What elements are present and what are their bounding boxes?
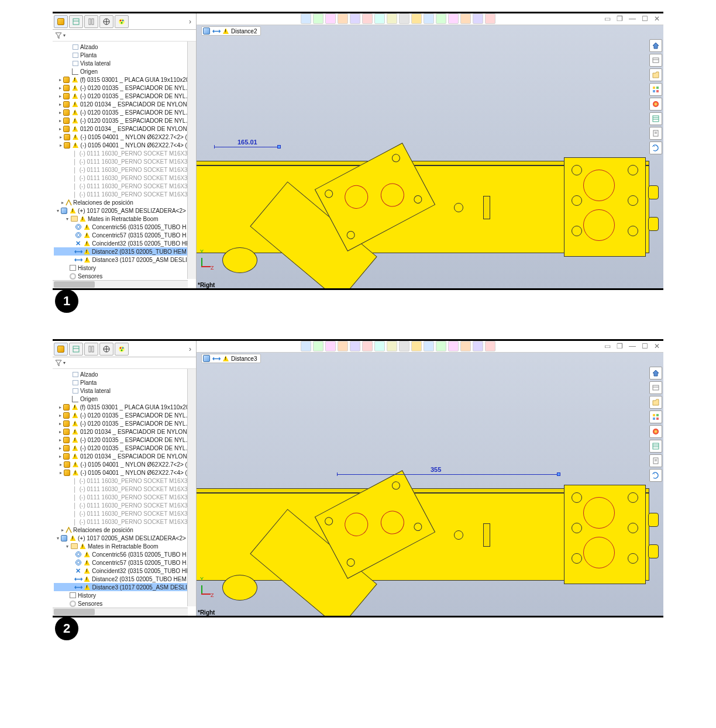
minimize-icon[interactable]: ▭ bbox=[604, 15, 611, 23]
taskpane-btn-4[interactable] bbox=[649, 98, 662, 111]
heads-up-tool-4[interactable] bbox=[338, 341, 348, 351]
tree-component[interactable]: ▸(-) 0120 01035 _ ESPACIADOR DE NYLON Ø6… bbox=[54, 411, 196, 419]
tab-property-icon[interactable] bbox=[69, 343, 83, 356]
heads-up-tool-13[interactable] bbox=[448, 341, 459, 351]
tree-component[interactable]: ▸0120 01034 _ ESPACIADOR DE NYLON Ø62x1<… bbox=[54, 125, 196, 133]
tree-mates-root[interactable]: ▸Relaciones de posición bbox=[54, 198, 196, 206]
taskpane-btn-0[interactable] bbox=[649, 39, 662, 52]
tree-filter[interactable]: ▾ bbox=[53, 357, 196, 369]
expand-toggle[interactable]: ▾ bbox=[56, 536, 60, 541]
window-controls[interactable]: ▭ ❐ — ☐ ✕ bbox=[604, 15, 660, 23]
heads-up-tool-2[interactable] bbox=[313, 13, 323, 24]
expand-toggle[interactable]: ▸ bbox=[58, 143, 63, 148]
tree-component[interactable]: ▸(-) 0105 04001 _ NYLON Ø62X22.7<4> (Pre… bbox=[54, 468, 196, 477]
tree-sensores[interactable]: Sensores bbox=[54, 272, 196, 280]
expand-toggle[interactable]: ▸ bbox=[58, 110, 62, 115]
graphics-viewport[interactable]: ▭ ❐ — ☐ ✕ ⟷ Distance2 bbox=[197, 13, 663, 288]
tree-scroll[interactable]: AlzadoPlantaVista lateralOrigen▸(f) 0315… bbox=[53, 42, 196, 288]
close-icon[interactable]: ✕ bbox=[654, 15, 660, 23]
tree-suppressed[interactable]: ❘(-) 0111 16030_PERNO SOCKET M16X30<6> bbox=[54, 190, 196, 198]
heads-up-tool-7[interactable] bbox=[374, 13, 385, 24]
tree-suppressed[interactable]: ❘(-) 0111 16030_PERNO SOCKET M16X30<4> bbox=[54, 174, 196, 182]
tree-mate-concentric[interactable]: Concentric57 (0315 02005_TUBO HEMBRA DE … bbox=[54, 558, 196, 567]
tree-suppressed[interactable]: ❘(-) 0111 16030_PERNO SOCKET M16X30<5> bbox=[54, 182, 196, 190]
tree-subasm[interactable]: ▾(+) 1017 02005_ASM DESLIZADERA<2> (Pred… bbox=[54, 534, 196, 542]
tree-mates-folder[interactable]: ▾Mates in Retractable Boom bbox=[54, 215, 196, 223]
tree-mate-distance[interactable]: ⟷Distance3 (1017 02005_ASM DESLIZADERA<1… bbox=[54, 583, 196, 591]
taskpane-btn-1[interactable] bbox=[649, 381, 662, 394]
max-icon[interactable]: ☐ bbox=[642, 342, 648, 350]
tree-component[interactable]: ▸(-) 0120 01035 _ ESPACIADOR DE NYLON Ø6… bbox=[54, 92, 196, 100]
heads-up-tool-2[interactable] bbox=[313, 341, 323, 351]
selection-breadcrumb[interactable]: ⟷ Distance3 bbox=[201, 354, 261, 363]
expand-toggle[interactable]: ▾ bbox=[64, 544, 70, 549]
heads-up-tool-10[interactable] bbox=[411, 341, 422, 351]
close-icon[interactable]: ✕ bbox=[654, 342, 660, 350]
expand-toggle[interactable]: ▸ bbox=[60, 200, 66, 205]
heads-up-tool-16[interactable] bbox=[485, 13, 495, 24]
taskpane-btn-1[interactable] bbox=[649, 54, 662, 67]
expand-toggle[interactable]: ▸ bbox=[58, 421, 62, 426]
taskpane-btn-3[interactable] bbox=[649, 410, 662, 423]
heads-up-tool-3[interactable] bbox=[325, 13, 336, 24]
tree-component[interactable]: ▸(-) 0120 01035 _ ESPACIADOR DE NYLON Ø6… bbox=[54, 436, 196, 444]
panel-collapse-icon[interactable]: › bbox=[185, 345, 195, 353]
heads-up-tool-1[interactable] bbox=[301, 341, 311, 351]
tree-component[interactable]: ▸(-) 0120 01035 _ ESPACIADOR DE NYLON Ø6… bbox=[54, 419, 196, 427]
heads-up-tool-8[interactable] bbox=[387, 13, 397, 24]
tree-origin[interactable]: Origen bbox=[54, 395, 196, 403]
tree-mate-coincident[interactable]: ✕Coincident32 (0315 02005_TUBO HEMBRA DE… bbox=[54, 239, 196, 247]
heads-up-tool-7[interactable] bbox=[374, 341, 385, 351]
heads-up-tool-3[interactable] bbox=[325, 341, 336, 351]
heads-up-tool-13[interactable] bbox=[448, 13, 459, 24]
tab-config-icon[interactable] bbox=[84, 15, 98, 28]
expand-toggle[interactable]: ▸ bbox=[58, 94, 62, 99]
tree-mate-distance[interactable]: ⟷Distance2 (0315 02005_TUBO HEMBRA DE BO… bbox=[54, 247, 196, 256]
tab-dimxpert-icon[interactable] bbox=[99, 15, 113, 28]
dimension-value[interactable]: 355 bbox=[431, 466, 441, 473]
heads-up-tool-6[interactable] bbox=[362, 341, 373, 351]
heads-up-tool-4[interactable] bbox=[338, 13, 348, 24]
expand-toggle[interactable]: ▸ bbox=[60, 527, 66, 533]
tree-plane[interactable]: Alzado bbox=[54, 370, 196, 378]
dimension-line[interactable] bbox=[337, 474, 559, 475]
expand-toggle[interactable]: ▸ bbox=[58, 118, 62, 123]
taskpane-btn-2[interactable] bbox=[649, 396, 662, 409]
tree-mate-distance[interactable]: ⟷Distance3 (1017 02005_ASM DESLIZADERA<1… bbox=[54, 256, 196, 264]
tree-mate-concentric[interactable]: Concentric57 (0315 02005_TUBO HEMBRA DE … bbox=[54, 231, 196, 239]
taskpane-btn-2[interactable] bbox=[649, 68, 662, 81]
tree-component[interactable]: ▸(f) 0315 03001 _ PLACA GUIA 19x110x200<… bbox=[54, 75, 196, 84]
taskpane-btn-6[interactable] bbox=[649, 454, 662, 467]
taskpane-btn-5[interactable] bbox=[649, 112, 662, 125]
panel-collapse-icon[interactable]: › bbox=[185, 18, 195, 26]
tree-component[interactable]: ▸(-) 0105 04001 _ NYLON Ø62X22.7<2> (Pre… bbox=[54, 460, 196, 468]
tree-plane[interactable]: Planta bbox=[54, 51, 196, 59]
tab-dimxpert-icon[interactable] bbox=[99, 343, 113, 356]
taskpane-btn-4[interactable] bbox=[649, 425, 662, 438]
tree-mate-distance[interactable]: ⟷Distance2 (0315 02005_TUBO HEMBRA DE BO… bbox=[54, 575, 196, 583]
expand-toggle[interactable]: ▸ bbox=[58, 454, 62, 459]
dimension-handle[interactable] bbox=[277, 145, 281, 149]
tree-plane[interactable]: Alzado bbox=[54, 43, 196, 51]
tree-mate-coincident[interactable]: ✕Coincident32 (0315 02005_TUBO HEMBRA DE… bbox=[54, 567, 196, 575]
tab-feature-tree-icon[interactable] bbox=[54, 15, 68, 28]
dimension-line[interactable] bbox=[214, 147, 280, 147]
heads-up-tool-9[interactable] bbox=[399, 341, 409, 351]
tree-suppressed[interactable]: ❘(-) 0111 16030_PERNO SOCKET M16X30<6> bbox=[54, 517, 196, 526]
heads-up-tool-15[interactable] bbox=[473, 13, 483, 24]
tree-subasm[interactable]: ▾(+) 1017 02005_ASM DESLIZADERA<2> (Pred… bbox=[54, 206, 196, 215]
tree-component[interactable]: ▸(-) 0105 04001 _ NYLON Ø62X22.7<2> (Pre… bbox=[54, 133, 196, 141]
tree-component[interactable]: ▸(-) 0120 01035 _ ESPACIADOR DE NYLON Ø6… bbox=[54, 108, 196, 116]
tab-appearance-icon[interactable] bbox=[115, 15, 129, 28]
tree-mate-concentric[interactable]: Concentric56 (0315 02005_TUBO HEMBRA DE … bbox=[54, 550, 196, 558]
max-icon[interactable]: ☐ bbox=[642, 15, 648, 23]
h-scrollbar[interactable] bbox=[53, 280, 188, 288]
tree-component[interactable]: ▸(-) 0120 01035 _ ESPACIADOR DE NYLON Ø6… bbox=[54, 84, 196, 92]
taskpane-btn-6[interactable] bbox=[649, 127, 662, 140]
tree-mates-root[interactable]: ▸Relaciones de posición bbox=[54, 526, 196, 534]
heads-up-tool-5[interactable] bbox=[350, 13, 360, 24]
h-scrollbar[interactable] bbox=[53, 608, 188, 616]
tree-component[interactable]: ▸(-) 0120 01035 _ ESPACIADOR DE NYLON Ø6… bbox=[54, 444, 196, 452]
tree-mates-folder[interactable]: ▾Mates in Retractable Boom bbox=[54, 542, 196, 550]
tree-origin[interactable]: Origen bbox=[54, 67, 196, 75]
